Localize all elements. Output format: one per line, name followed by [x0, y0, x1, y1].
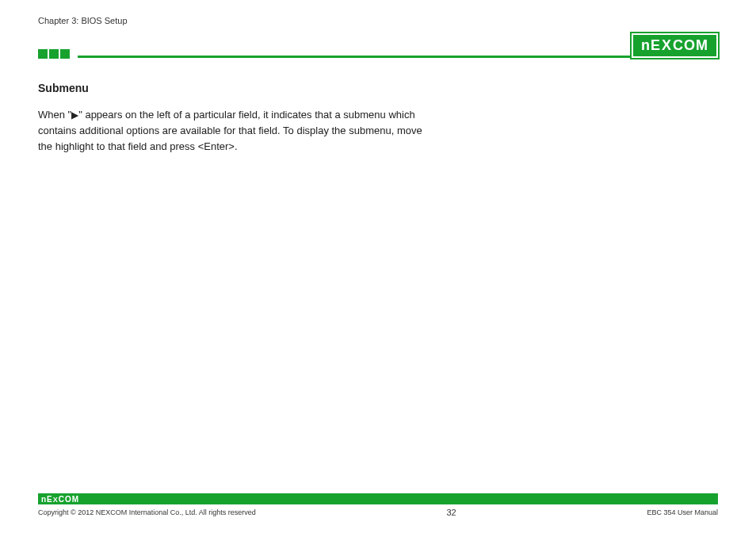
body-paragraph: When "▶" appears on the left of a partic…: [38, 107, 434, 155]
square-icon: [49, 49, 59, 59]
content-block: Submenu When "▶" appears on the left of …: [38, 82, 434, 155]
square-icon: [38, 49, 48, 59]
copyright-text: Copyright © 2012 NEXCOM International Co…: [38, 508, 256, 516]
body-text-suffix: " appears on the left of a particular fi…: [38, 109, 422, 152]
body-text-prefix: When ": [38, 109, 71, 121]
decorative-squares: [38, 49, 70, 59]
chapter-label: Chapter 3: BIOS Setup: [38, 16, 718, 25]
brand-logo-top: nEXCOM: [632, 33, 718, 58]
footer-bar: nEXCOM: [38, 493, 718, 504]
header-row: nEXCOM: [38, 33, 718, 57]
footer-brand-logo: nEXCOM: [41, 495, 79, 504]
brand-logo-box: nEXCOM: [632, 33, 718, 58]
submenu-triangle-icon: ▶: [71, 110, 78, 120]
manual-name: EBC 354 User Manual: [647, 508, 718, 516]
footer-meta: Copyright © 2012 NEXCOM International Co…: [38, 504, 718, 517]
section-title: Submenu: [38, 82, 434, 94]
square-icon: [60, 49, 70, 59]
header-rule: [78, 56, 718, 58]
page-footer: nEXCOM Copyright © 2012 NEXCOM Internati…: [38, 493, 718, 517]
page-number: 32: [446, 508, 456, 517]
